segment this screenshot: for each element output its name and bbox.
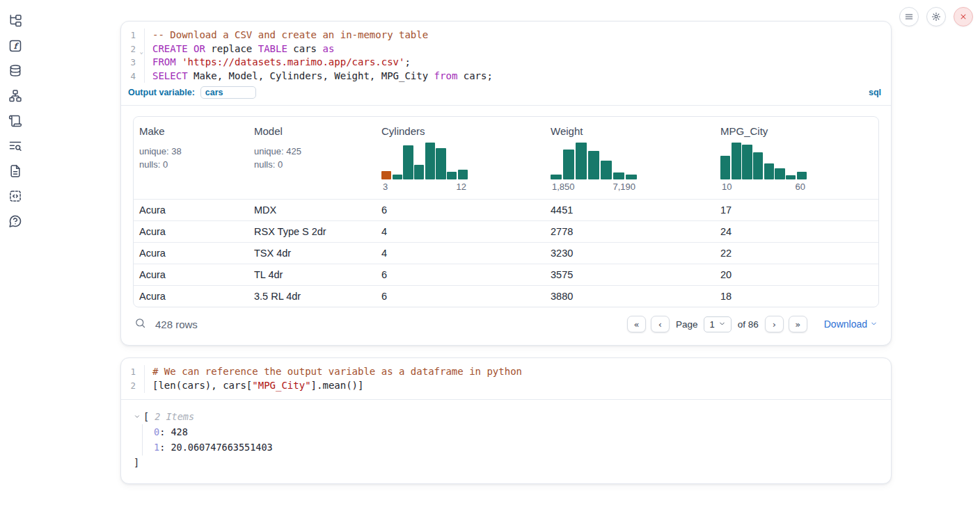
table-cell: Acura <box>134 264 248 285</box>
histogram-bar <box>563 150 574 179</box>
histogram-bar <box>732 143 741 179</box>
column-stats: unique: 38nulls: 0 <box>139 145 243 170</box>
download-label: Download <box>824 319 867 330</box>
page-number-select[interactable]: 1 <box>704 316 731 332</box>
output-variable-label: Output variable: <box>128 88 195 97</box>
row-count: 428 rows <box>155 319 198 330</box>
menu-button[interactable] <box>899 7 919 26</box>
tree-item-value: : 428 <box>159 426 188 437</box>
sidebar-scroll-button[interactable] <box>6 111 25 131</box>
cars-data-table: Makeunique: 38nulls: 0Modelunique: 425nu… <box>133 116 879 307</box>
sidebar-function-square-button[interactable]: f <box>6 36 25 56</box>
histogram-bar <box>626 175 637 179</box>
table-cell: Acura <box>134 200 248 220</box>
table-row[interactable]: AcuraRSX Type S 2dr4277824 <box>134 220 878 242</box>
table-cell: MDX <box>248 200 376 220</box>
sidebar-help-bubble-button[interactable] <box>6 211 25 231</box>
histogram-bar <box>576 143 587 179</box>
column-name: Model <box>254 125 370 137</box>
histogram-max-label: 60 <box>796 182 805 192</box>
menu-icon <box>904 12 914 22</box>
histogram-bar <box>797 172 807 179</box>
tree-open-bracket: [ <box>143 409 149 424</box>
column-header-make[interactable]: Makeunique: 38nulls: 0 <box>134 117 248 199</box>
python-code-editor[interactable]: 1# We can reference the output variable … <box>121 358 891 399</box>
table-cell: 20 <box>715 264 878 285</box>
histogram-min-label: 1,850 <box>552 182 575 192</box>
table-cell: 3.5 RL 4dr <box>248 286 376 307</box>
table-cell: 18 <box>715 286 878 307</box>
column-name: MPG_City <box>720 125 873 137</box>
prev-page-button[interactable]: ‹ <box>651 316 670 332</box>
table-cell: 6 <box>376 200 545 220</box>
sidebar-snippets-button[interactable] <box>6 186 25 206</box>
code-text: -- Download a CSV and create an in-memor… <box>145 29 428 42</box>
column-header-cylinders[interactable]: Cylinders312 <box>376 117 545 199</box>
table-row[interactable]: Acura3.5 RL 4dr6388018 <box>134 285 878 307</box>
file-tree-icon <box>8 14 22 28</box>
column-name: Cylinders <box>381 125 539 137</box>
code-text: [len(cars), cars["MPG_City"].mean()] <box>145 379 363 393</box>
code-line[interactable]: 2⌄CREATE OR replace TABLE cars as <box>121 42 891 56</box>
column-header-model[interactable]: Modelunique: 425nulls: 0 <box>248 117 376 199</box>
sql-cell: 1-- Download a CSV and create an in-memo… <box>120 21 892 346</box>
language-badge[interactable]: sql <box>869 88 881 97</box>
line-number: 2 <box>121 379 145 393</box>
table-cell: 4451 <box>545 200 715 220</box>
tree-item: 1: 20.060747663551403 <box>154 440 880 456</box>
column-header-mpg_city[interactable]: MPG_City1060 <box>715 117 878 199</box>
python-output-tree: [ 2 Items 0: 4281: 20.060747663551403 ] <box>121 400 891 483</box>
sidebar-document-button[interactable] <box>6 161 25 181</box>
list-search-icon <box>8 139 22 153</box>
histogram-bar <box>786 175 796 179</box>
close-icon <box>958 12 968 22</box>
table-search-button[interactable] <box>134 317 146 331</box>
window-controls <box>899 7 973 26</box>
first-page-button[interactable]: « <box>627 316 646 332</box>
column-histogram: 1060 <box>720 143 807 192</box>
close-button[interactable] <box>954 7 973 26</box>
code-line[interactable]: 2[len(cars), cars["MPG_City"].mean()] <box>121 379 891 393</box>
code-line[interactable]: 1-- Download a CSV and create an in-memo… <box>121 29 891 42</box>
page-number-value: 1 <box>709 319 714 330</box>
table-row[interactable]: AcuraTL 4dr6357520 <box>134 264 878 285</box>
line-number: 1 <box>121 29 145 42</box>
function-square-icon: f <box>8 39 22 53</box>
last-page-button[interactable]: » <box>789 316 807 332</box>
histogram-max-label: 7,190 <box>612 182 635 192</box>
code-text: # We can reference the output variable a… <box>145 365 522 379</box>
histogram-bar <box>414 165 424 179</box>
tree-close-bracket: ] <box>134 456 880 469</box>
table-cell: Acura <box>134 221 248 242</box>
table-cell: Acura <box>134 243 248 264</box>
code-text: FROM 'https://datasets.marimo.app/cars.c… <box>145 56 411 70</box>
code-line[interactable]: 4SELECT Make, Model, Cylinders, Weight, … <box>121 70 891 83</box>
sidebar-file-tree-button[interactable] <box>6 11 25 31</box>
table-footer: 428 rows « ‹ Page 1 of 86 › » Do <box>133 316 879 332</box>
sql-code-editor[interactable]: 1-- Download a CSV and create an in-memo… <box>121 22 891 83</box>
table-row[interactable]: AcuraTSX 4dr4323022 <box>134 242 878 264</box>
download-button[interactable]: Download <box>824 319 878 330</box>
output-variable-input[interactable] <box>200 86 256 99</box>
table-cell: Acura <box>134 286 248 307</box>
column-histogram: 1,8507,190 <box>551 143 637 192</box>
sidebar-dependency-graph-button[interactable] <box>6 86 25 106</box>
sidebar-list-search-button[interactable] <box>6 136 25 156</box>
column-header-weight[interactable]: Weight1,8507,190 <box>545 117 715 199</box>
histogram-bar <box>436 148 445 179</box>
table-row[interactable]: AcuraMDX6445117 <box>134 199 878 220</box>
code-line[interactable]: 3FROM 'https://datasets.marimo.app/cars.… <box>121 56 891 70</box>
tree-item: 0: 428 <box>154 424 880 440</box>
table-cell: 4 <box>376 221 545 242</box>
histogram-bar <box>458 170 468 179</box>
next-page-button[interactable]: › <box>765 316 784 332</box>
chevron-down-icon <box>718 319 726 330</box>
tree-collapse-toggle[interactable] <box>134 409 141 424</box>
sidebar-database-button[interactable] <box>6 61 25 81</box>
histogram-bar <box>425 143 435 179</box>
histogram-bar <box>764 163 774 179</box>
code-line[interactable]: 1# We can reference the output variable … <box>121 365 891 379</box>
gear-button[interactable] <box>926 7 946 26</box>
helper-sidebar: f <box>0 0 31 507</box>
histogram-bar <box>613 172 624 179</box>
